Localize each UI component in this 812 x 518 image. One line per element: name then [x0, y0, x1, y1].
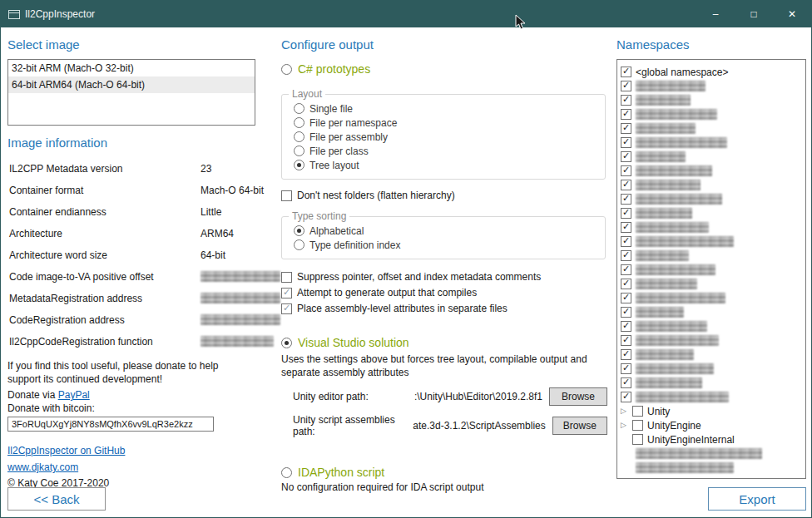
namespace-row[interactable]: ▷	[621, 220, 802, 234]
namespace-checkbox[interactable]	[621, 67, 631, 77]
close-button[interactable]: ✕	[773, 1, 811, 27]
namespace-row[interactable]: ▷	[621, 376, 802, 390]
image-list-item[interactable]: 64-bit ARM64 (Mach-O 64-bit)	[8, 76, 255, 93]
namespace-row[interactable]: ▷	[621, 192, 802, 206]
flatten-hierarchy-checkbox[interactable]	[281, 190, 292, 201]
namespace-row[interactable]: ▷	[621, 333, 802, 348]
namespace-row[interactable]: ▷	[621, 107, 802, 121]
layout-option-radio[interactable]	[294, 117, 304, 128]
expander-icon[interactable]: ▷	[621, 418, 628, 432]
namespace-checkbox[interactable]	[621, 151, 631, 162]
namespace-checkbox[interactable]	[621, 293, 631, 303]
separate-attributes-checkbox[interactable]	[281, 303, 292, 314]
namespace-checkbox[interactable]	[621, 81, 631, 91]
maximize-button[interactable]: □	[735, 1, 773, 27]
namespace-row[interactable]: ▷	[621, 277, 802, 291]
namespace-checkbox[interactable]	[621, 392, 631, 402]
image-list-item[interactable]: 32-bit ARM (Mach-O 32-bit)	[8, 60, 255, 76]
layout-option[interactable]: Tree layout	[294, 158, 597, 172]
namespace-checkbox[interactable]	[632, 420, 643, 431]
layout-option[interactable]: Single file	[294, 101, 597, 116]
visual-studio-radio[interactable]	[281, 338, 292, 348]
namespace-row[interactable]: ▷	[621, 93, 802, 107]
namespace-row[interactable]: ▷	[621, 319, 802, 333]
namespace-row[interactable]: ▷	[621, 249, 802, 263]
sorting-option-radio[interactable]	[294, 239, 304, 250]
namespace-row[interactable]: ▷	[621, 136, 802, 150]
unity-editor-browse-button[interactable]: Browse	[549, 387, 607, 406]
back-button[interactable]: << Back	[7, 487, 106, 511]
flatten-hierarchy-option[interactable]: Don't nest folders (flatten hierarchy)	[281, 190, 607, 201]
namespace-row[interactable]: ▷	[621, 362, 802, 376]
namespace-checkbox[interactable]	[621, 236, 631, 247]
layout-option-radio[interactable]	[294, 131, 304, 142]
namespace-row[interactable]: ▷	[621, 348, 802, 362]
idapython-option[interactable]: IDAPython script	[281, 466, 607, 479]
namespace-checkbox[interactable]	[621, 222, 631, 233]
unity-editor-path-value[interactable]: :\Unity\Hub\Editor\2019.2.8f1	[414, 391, 542, 402]
sorting-option[interactable]: Type definition index	[294, 238, 597, 252]
suppress-comments-option[interactable]: Suppress pointer, offset and index metad…	[281, 271, 607, 283]
sorting-option-radio[interactable]	[294, 225, 304, 236]
minimize-button[interactable]: –	[696, 1, 735, 27]
layout-option[interactable]: File per assembly	[294, 130, 597, 144]
namespace-row[interactable]: ▷ UnityEngineInternal	[621, 432, 802, 446]
namespace-checkbox[interactable]	[621, 335, 631, 346]
namespace-checkbox[interactable]	[621, 264, 631, 275]
namespace-row[interactable]: ▷	[621, 390, 802, 404]
compilable-output-option[interactable]: Attempt to generate output that compiles	[281, 287, 607, 298]
namespace-row[interactable]: ▷	[621, 446, 802, 461]
namespace-checkbox[interactable]	[621, 109, 631, 120]
separate-attributes-option[interactable]: Place assembly-level attributes in separ…	[281, 303, 607, 314]
idapython-radio[interactable]	[281, 467, 292, 478]
namespace-checkbox[interactable]	[621, 95, 631, 106]
script-assemblies-browse-button[interactable]: Browse	[552, 417, 607, 435]
namespace-row[interactable]: ▷ <global namespace>	[621, 65, 802, 79]
github-link[interactable]: Il2CppInspector on GitHub	[7, 445, 125, 456]
namespace-checkbox[interactable]	[621, 250, 631, 261]
namespace-row[interactable]: ▷	[621, 291, 802, 305]
namespace-checkbox[interactable]	[632, 406, 643, 417]
namespace-checkbox[interactable]	[621, 349, 631, 360]
export-button[interactable]: Export	[708, 487, 806, 511]
paypal-link[interactable]: PayPal	[58, 389, 90, 401]
namespace-checkbox[interactable]	[621, 363, 631, 374]
namespace-checkbox[interactable]	[621, 137, 631, 148]
namespace-checkbox[interactable]	[621, 208, 631, 219]
namespace-checkbox[interactable]	[621, 307, 631, 318]
namespace-row[interactable]: ▷	[621, 164, 802, 178]
namespace-row[interactable]: ▷	[621, 461, 802, 475]
csharp-prototypes-radio[interactable]	[281, 64, 292, 75]
namespace-row[interactable]: ▷	[621, 234, 802, 249]
namespace-row[interactable]: ▷	[621, 263, 802, 277]
layout-option[interactable]: File per class	[294, 144, 597, 158]
namespace-checkbox[interactable]	[621, 279, 631, 289]
suppress-comments-checkbox[interactable]	[281, 272, 292, 283]
layout-option-radio[interactable]	[294, 103, 304, 114]
csharp-prototypes-option[interactable]: C# prototypes	[281, 62, 607, 76]
namespace-checkbox[interactable]	[621, 194, 631, 205]
namespace-row[interactable]: ▷	[621, 150, 802, 164]
layout-option-radio[interactable]	[294, 160, 304, 170]
namespace-row[interactable]: ▷	[621, 178, 802, 192]
namespace-row[interactable]: ▷ UnityEngine	[621, 418, 802, 432]
script-assemblies-path-value[interactable]: ate.3d-3.1.2\ScriptAssemblies	[413, 420, 545, 432]
namespace-row[interactable]: ▷	[621, 206, 802, 220]
website-link[interactable]: www.djkaty.com	[7, 461, 78, 473]
namespace-row[interactable]: ▷	[621, 79, 802, 93]
namespace-checkbox[interactable]	[621, 321, 631, 332]
namespace-row[interactable]: ▷	[621, 305, 802, 319]
namespace-row[interactable]: ▷ Unity	[621, 404, 802, 418]
namespace-row[interactable]: ▷	[621, 121, 802, 136]
sorting-option[interactable]: Alphabetical	[294, 224, 597, 238]
compilable-output-checkbox[interactable]	[281, 288, 292, 298]
visual-studio-option[interactable]: Visual Studio solution	[281, 336, 607, 349]
namespace-checkbox[interactable]	[621, 165, 631, 176]
namespace-checkbox[interactable]	[621, 180, 631, 190]
namespace-checkbox[interactable]	[632, 434, 643, 445]
bitcoin-address-input[interactable]: 3FoRUqUXgYj8NY8sMQfhX6vv9LqR3e2kzz	[7, 417, 214, 432]
namespace-checkbox[interactable]	[621, 123, 631, 134]
layout-option-radio[interactable]	[294, 146, 304, 156]
namespaces-list[interactable]: ▷ <global namespace> ▷ ▷	[616, 59, 806, 479]
layout-option[interactable]: File per namespace	[294, 116, 597, 130]
